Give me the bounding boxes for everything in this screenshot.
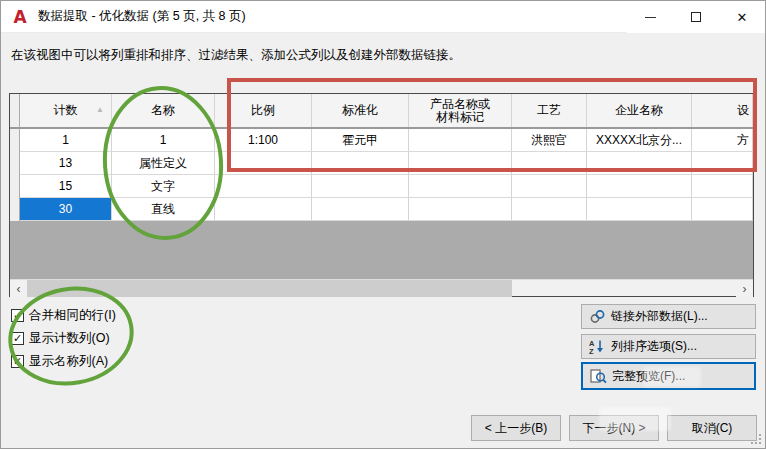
column-header-7[interactable]: 企业名称 <box>587 94 692 127</box>
column-header-6[interactable]: 工艺 <box>512 94 587 127</box>
table-cell[interactable] <box>409 129 512 152</box>
checkbox-option-2[interactable]: ✓显示计数列(O) <box>11 327 116 350</box>
scroll-left-arrow-icon[interactable]: ‹ <box>10 280 27 297</box>
column-header-4[interactable]: 标准化 <box>312 94 409 127</box>
table-cell[interactable]: 1 <box>112 129 215 152</box>
checkbox-label: 显示名称列(A) <box>29 353 108 370</box>
table-cell[interactable] <box>512 198 587 221</box>
grid-header-row: 计数▲名称比例标准化产品名称或 材料标记工艺企业名称设 <box>10 94 753 129</box>
row-gutter <box>10 198 20 221</box>
table-cell[interactable]: 1:100 <box>215 129 312 152</box>
table-cell[interactable]: 洪熙官 <box>512 129 587 152</box>
table-cell[interactable]: 文字 <box>112 175 215 198</box>
column-header-2[interactable]: 名称 <box>112 94 215 127</box>
table-cell[interactable]: 30 <box>20 198 112 221</box>
horizontal-scrollbar[interactable]: ‹ › <box>10 279 753 296</box>
window-controls: ✕ <box>627 1 765 33</box>
link-icon <box>588 309 606 325</box>
checkbox-icon: ✓ <box>11 309 24 322</box>
table-cell[interactable] <box>512 175 587 198</box>
table-cell[interactable]: 13 <box>20 152 112 175</box>
window-title: 数据提取 - 优化数据 (第 5 页, 共 8 页) <box>38 8 246 25</box>
grid-body: 111:100霍元甲洪熙官XXXXX北京分...方13属性定义15文字30直线 <box>10 129 753 221</box>
column-header-1[interactable]: 计数▲ <box>20 94 112 127</box>
table-cell[interactable] <box>409 152 512 175</box>
table-cell[interactable] <box>692 152 753 175</box>
table-cell[interactable] <box>692 198 753 221</box>
button-label: 列排序选项(S)... <box>611 338 697 355</box>
table-cell[interactable] <box>312 198 409 221</box>
checkbox-label: 显示计数列(O) <box>29 330 110 347</box>
sort-az-icon: AZ <box>588 339 606 355</box>
svg-text:Z: Z <box>589 347 594 355</box>
table-cell[interactable]: 属性定义 <box>112 152 215 175</box>
table-cell[interactable] <box>312 175 409 198</box>
column-header-5[interactable]: 产品名称或 材料标记 <box>409 94 512 127</box>
data-grid: 计数▲名称比例标准化产品名称或 材料标记工艺企业名称设 111:100霍元甲洪熙… <box>9 93 754 297</box>
row-gutter <box>10 129 20 152</box>
table-cell[interactable] <box>215 152 312 175</box>
minimize-button[interactable] <box>627 1 673 33</box>
close-icon: ✕ <box>737 11 748 24</box>
table-cell[interactable] <box>215 175 312 198</box>
column-header-8[interactable]: 设 <box>692 94 753 127</box>
table-cell[interactable] <box>587 175 692 198</box>
table-cell[interactable] <box>587 198 692 221</box>
full-preview-button[interactable]: 完整预览(F)... <box>581 362 756 390</box>
table-cell[interactable] <box>409 198 512 221</box>
table-cell[interactable]: XXXXX北京分... <box>587 129 692 152</box>
table-cell[interactable] <box>587 152 692 175</box>
grid-empty-area <box>10 221 753 279</box>
table-cell[interactable] <box>409 175 512 198</box>
scrollbar-thumb[interactable] <box>27 280 512 297</box>
button-label: 链接外部数据(L)... <box>611 308 708 325</box>
maximize-button[interactable] <box>673 1 719 33</box>
table-cell[interactable]: 方 <box>692 129 753 152</box>
row-gutter <box>10 175 20 198</box>
checkbox-icon: ✓ <box>11 355 24 368</box>
checkbox-label: 合并相同的行(I) <box>29 307 116 324</box>
button-label: 完整预览(F)... <box>612 368 685 385</box>
table-cell[interactable] <box>312 152 409 175</box>
titlebar: A 数据提取 - 优化数据 (第 5 页, 共 8 页) ✕ <box>1 1 765 33</box>
table-row: 15文字 <box>10 175 753 198</box>
minimize-icon <box>645 17 656 18</box>
checkbox-icon: ✓ <box>11 332 24 345</box>
next-button[interactable]: 下一步(N) > <box>569 415 659 441</box>
link-external-data-button[interactable]: 链接外部数据(L)... <box>581 304 756 329</box>
close-button[interactable]: ✕ <box>719 1 765 33</box>
checkbox-option-3[interactable]: ✓显示名称列(A) <box>11 350 116 373</box>
table-cell[interactable]: 1 <box>20 129 112 152</box>
table-row: 13属性定义 <box>10 152 753 175</box>
preview-icon <box>589 368 607 384</box>
table-cell[interactable] <box>215 198 312 221</box>
options-group: ✓合并相同的行(I)✓显示计数列(O)✓显示名称列(A) <box>11 304 116 373</box>
table-cell[interactable]: 直线 <box>112 198 215 221</box>
table-row: 30直线 <box>10 198 753 221</box>
table-cell[interactable]: 15 <box>20 175 112 198</box>
checkbox-option-1[interactable]: ✓合并相同的行(I) <box>11 304 116 327</box>
sort-columns-options-button[interactable]: AZ列排序选项(S)... <box>581 334 756 359</box>
autocad-logo-icon: A <box>10 7 30 27</box>
row-gutter <box>10 94 20 127</box>
sort-ascending-icon: ▲ <box>96 106 104 114</box>
maximize-icon <box>691 12 701 22</box>
instruction-text: 在该视图中可以将列重排和排序、过滤结果、添加公式列以及创建外部数据链接。 <box>11 47 461 64</box>
table-cell[interactable] <box>692 175 753 198</box>
row-gutter <box>10 152 20 175</box>
back-button[interactable]: < 上一步(B) <box>471 415 561 441</box>
table-cell[interactable]: 霍元甲 <box>312 129 409 152</box>
table-cell[interactable] <box>512 152 587 175</box>
cancel-button[interactable]: 取消(C) <box>667 415 757 441</box>
data-extraction-dialog: A 数据提取 - 优化数据 (第 5 页, 共 8 页) ✕ 在该视图中可以将列… <box>0 0 766 449</box>
scroll-right-arrow-icon[interactable]: › <box>736 280 753 297</box>
column-header-3[interactable]: 比例 <box>215 94 312 127</box>
table-row: 111:100霍元甲洪熙官XXXXX北京分...方 <box>10 129 753 152</box>
